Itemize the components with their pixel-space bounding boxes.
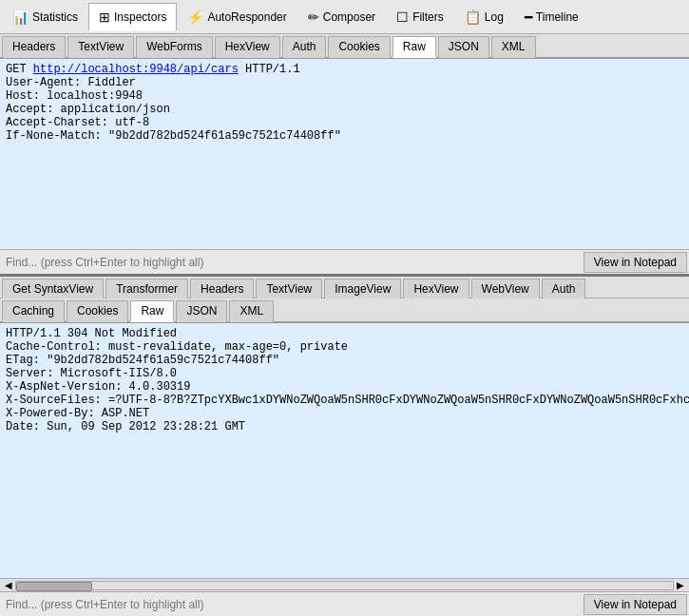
tab-response-caching[interactable]: Caching: [2, 300, 65, 322]
tab-request-hexview[interactable]: HexView: [215, 36, 280, 58]
response-find-input[interactable]: [0, 596, 584, 613]
response-find-bar: View in Notepad: [0, 591, 689, 616]
tab-response-imageview[interactable]: ImageView: [324, 279, 401, 298]
request-line-get: GET: [6, 63, 33, 76]
timeline-icon: ━: [525, 10, 532, 25]
request-find-input[interactable]: [0, 254, 584, 271]
toolbar-timeline[interactable]: ━ Timeline: [514, 3, 589, 31]
scroll-thumb[interactable]: [16, 582, 92, 591]
tab-request-json[interactable]: JSON: [438, 36, 489, 58]
request-section: Headers TextView WebForms HexView Auth C…: [0, 34, 689, 277]
tab-request-textview[interactable]: TextView: [67, 36, 134, 58]
chart-icon: 📊: [12, 10, 29, 25]
pencil-icon: ✏: [308, 10, 319, 25]
tab-request-xml[interactable]: XML: [491, 36, 536, 58]
response-view-notepad-button[interactable]: View in Notepad: [584, 594, 687, 615]
response-scrollbar[interactable]: ◀ ▶: [0, 578, 689, 591]
log-icon: 📋: [465, 10, 481, 25]
toolbar-inspectors[interactable]: ⊞ Inspectors: [88, 3, 177, 31]
tab-response-headers[interactable]: Headers: [190, 279, 254, 298]
grid-icon: ⊞: [99, 10, 110, 25]
response-content-area: HTTP/1.1 304 Not Modified Cache-Control:…: [0, 323, 689, 578]
tab-response-textview[interactable]: TextView: [256, 279, 322, 298]
tab-response-auth[interactable]: Auth: [542, 279, 586, 298]
log-label: Log: [485, 10, 504, 24]
response-section: Get SyntaxView Transformer Headers TextV…: [0, 277, 689, 616]
main-toolbar: 📊 Statistics ⊞ Inspectors ⚡ AutoResponde…: [0, 0, 689, 34]
inspectors-label: Inspectors: [114, 10, 166, 24]
main-container: Headers TextView WebForms HexView Auth C…: [0, 34, 689, 616]
timeline-label: Timeline: [536, 10, 579, 24]
tab-response-syntaxview[interactable]: Get SyntaxView: [2, 279, 104, 298]
toolbar-filters[interactable]: ☐ Filters: [386, 3, 454, 31]
filter-icon: ☐: [396, 10, 409, 25]
autoresponder-label: AutoResponder: [207, 10, 286, 24]
toolbar-composer[interactable]: ✏ Composer: [297, 3, 386, 31]
toolbar-statistics[interactable]: 📊 Statistics: [2, 3, 88, 31]
request-find-bar: View in Notepad: [0, 249, 689, 274]
response-tab-bar-1: Get SyntaxView Transformer Headers TextV…: [0, 277, 689, 298]
tab-response-hexview[interactable]: HexView: [403, 279, 469, 298]
scroll-track-inner[interactable]: [15, 581, 674, 590]
filters-label: Filters: [412, 10, 444, 24]
request-tab-bar: Headers TextView WebForms HexView Auth C…: [0, 34, 689, 59]
tab-response-raw[interactable]: Raw: [130, 300, 174, 322]
tab-response-xml[interactable]: XML: [229, 300, 274, 322]
toolbar-log[interactable]: 📋 Log: [454, 3, 514, 31]
scroll-right-arrow[interactable]: ▶: [674, 580, 687, 590]
response-tab-bar-2: Caching Cookies Raw JSON XML: [0, 298, 689, 323]
toolbar-autoresponder[interactable]: ⚡ AutoResponder: [177, 3, 297, 31]
lightning-icon: ⚡: [187, 10, 203, 25]
tab-request-auth[interactable]: Auth: [282, 36, 327, 58]
request-url-link[interactable]: http://localhost:9948/api/cars: [33, 63, 239, 76]
tab-request-raw[interactable]: Raw: [392, 36, 436, 58]
request-content-area: GET http://localhost:9948/api/cars HTTP/…: [0, 59, 689, 249]
tab-response-json[interactable]: JSON: [176, 300, 227, 322]
tab-response-webview[interactable]: WebView: [471, 279, 540, 298]
tab-request-cookies[interactable]: Cookies: [328, 36, 390, 58]
tab-response-cookies[interactable]: Cookies: [67, 300, 128, 322]
statistics-label: Statistics: [32, 10, 78, 24]
composer-label: Composer: [323, 10, 375, 24]
tab-request-webforms[interactable]: WebForms: [136, 36, 212, 58]
request-view-notepad-button[interactable]: View in Notepad: [584, 252, 687, 273]
tab-request-headers[interactable]: Headers: [2, 36, 66, 58]
scroll-left-arrow[interactable]: ◀: [2, 580, 15, 590]
tab-response-transformer[interactable]: Transformer: [105, 279, 188, 298]
